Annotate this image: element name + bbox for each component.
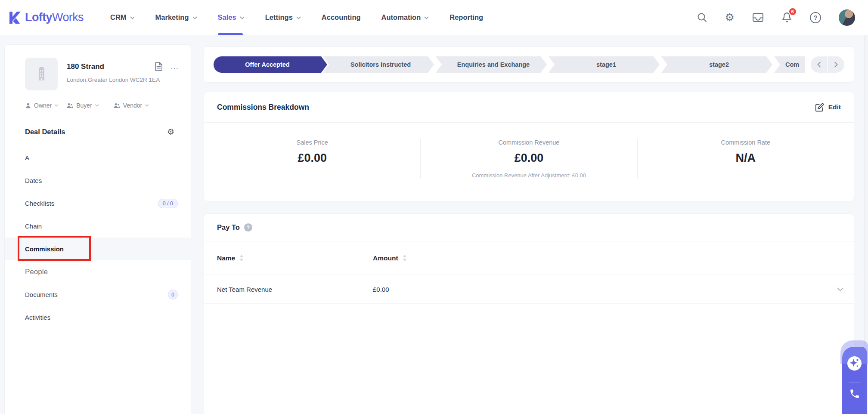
stage-completed-truncated[interactable]: Com: [774, 56, 805, 73]
sidebar-item-documents[interactable]: Documents 0: [5, 283, 191, 306]
nav-item-automation[interactable]: Automation: [371, 0, 440, 35]
stages-prev-button[interactable]: [811, 56, 828, 73]
loftyworks-logo-icon: [7, 10, 22, 25]
sidebar-item-a[interactable]: A: [5, 146, 191, 169]
checklists-count-badge: 0 / 0: [158, 199, 178, 208]
chevron-right-icon: [834, 62, 838, 68]
stage-solicitors-instructed[interactable]: Solicitors Instructed: [323, 56, 434, 73]
notification-count-badge: 6: [788, 7, 797, 16]
people-icon: [66, 102, 74, 109]
search-icon[interactable]: [697, 12, 707, 23]
commissions-title: Commissions Breakdown: [217, 103, 309, 112]
pay-to-card: Pay To ? Name Amount Net Team Revenue £0…: [204, 213, 854, 414]
commission-stats: Sales Price £0.00 Commission Revenue £0.…: [204, 123, 854, 179]
deal-settings-gear-icon[interactable]: ⚙: [167, 128, 174, 136]
stages-next-button[interactable]: [828, 56, 844, 73]
nav-item-accounting[interactable]: Accounting: [311, 0, 371, 35]
buyer-dropdown[interactable]: Buyer: [66, 102, 99, 109]
top-navigation: LoftyWorks CRM Marketing Sales Lettings …: [0, 0, 868, 35]
stage-track: Offer Accepted Solicitors Instructed Enq…: [214, 56, 805, 73]
deal-details-header: Deal Details ⚙: [5, 109, 191, 136]
stage-offer-accepted[interactable]: Offer Accepted: [214, 56, 321, 73]
chevron-left-icon: [817, 62, 821, 68]
table-row[interactable]: Net Team Revenue £0.00: [204, 275, 854, 304]
sidebar-item-chain[interactable]: Chain: [5, 215, 191, 238]
stat-commission-rate: Commission Rate N/A: [637, 139, 854, 179]
row-amount: £0.00: [373, 286, 825, 293]
pipeline-stages-card: Offer Accepted Solicitors Instructed Enq…: [204, 46, 854, 83]
loftyworks-logo[interactable]: LoftyWorks: [7, 10, 84, 25]
notes-document-icon[interactable]: [154, 62, 163, 71]
notifications-bell-icon[interactable]: 6: [781, 12, 792, 23]
deal-sidebar: 180 Strand ... London,Greater London WC2…: [4, 44, 191, 414]
deal-details-title: Deal Details: [25, 128, 65, 136]
pay-to-table-header: Name Amount: [204, 241, 854, 275]
commissions-breakdown-card: Commissions Breakdown Edit Sales Price £…: [204, 92, 854, 201]
stage-stage2[interactable]: stage2: [661, 56, 772, 73]
row-name: Net Team Revenue: [217, 286, 373, 293]
help-icon[interactable]: ?: [810, 12, 821, 23]
people-icon: [113, 102, 121, 109]
contacts-divider: [107, 102, 107, 109]
property-card: 180 Strand ... London,Greater London WC2…: [5, 45, 191, 90]
inbox-icon[interactable]: [752, 12, 764, 23]
column-header-name[interactable]: Name: [217, 254, 373, 262]
chevron-down-icon: [145, 104, 149, 107]
chevron-down-icon: [95, 104, 99, 107]
sidebar-item-checklists[interactable]: Checklists 0 / 0: [5, 192, 191, 215]
stage-stage1[interactable]: stage1: [549, 56, 660, 73]
sidebar-item-dates[interactable]: Dates: [5, 169, 191, 192]
topbar-actions: ⚙ 6 ?: [697, 9, 855, 26]
brand-name: LoftyWorks: [25, 11, 84, 24]
nav-item-lettings[interactable]: Lettings: [255, 0, 311, 35]
person-icon: [25, 102, 31, 109]
sidebar-item-activities[interactable]: Activities: [5, 306, 191, 329]
floating-action-widget: [842, 347, 867, 414]
nav-item-reporting[interactable]: Reporting: [439, 0, 493, 35]
contact-filters: Owner Buyer Vendor: [5, 90, 191, 109]
user-avatar[interactable]: [839, 9, 855, 26]
documents-count-badge: 0: [168, 290, 178, 300]
row-expand-chevron-icon[interactable]: [837, 287, 843, 291]
chevron-down-icon: [192, 16, 197, 19]
widget-divider: [849, 409, 860, 409]
column-header-amount[interactable]: Amount: [373, 254, 841, 262]
building-icon: [35, 67, 48, 81]
pay-to-help-icon[interactable]: ?: [244, 223, 252, 232]
sort-icon[interactable]: [403, 255, 406, 261]
commission-revenue-after-adjustment: Commission Revenue After Adjustment: £0.…: [421, 172, 637, 179]
stat-commission-revenue: Commission Revenue £0.00 Commission Reve…: [420, 139, 637, 179]
chevron-down-icon: [240, 16, 245, 19]
nav-item-sales[interactable]: Sales: [208, 0, 255, 35]
owner-dropdown[interactable]: Owner: [25, 102, 59, 109]
property-address: London,Greater London WC2R 1EA: [67, 77, 179, 83]
assistant-sparkle-icon[interactable]: [846, 355, 862, 377]
property-name: 180 Strand: [67, 62, 104, 71]
chevron-down-icon: [54, 104, 59, 107]
active-tab-indicator: [218, 33, 243, 35]
pay-to-title: Pay To: [217, 223, 240, 232]
phone-call-icon[interactable]: [849, 383, 860, 405]
property-info: 180 Strand ... London,Greater London WC2…: [67, 58, 179, 90]
chevron-down-icon: [130, 16, 135, 19]
sidebar-item-people[interactable]: People: [5, 260, 191, 283]
chevron-down-icon: [296, 16, 301, 19]
nav-item-crm[interactable]: CRM: [100, 0, 145, 35]
edit-button[interactable]: Edit: [815, 103, 841, 112]
nav-item-marketing[interactable]: Marketing: [145, 0, 208, 35]
chevron-down-icon: [424, 16, 429, 19]
sort-icon[interactable]: [240, 255, 243, 261]
more-options-icon[interactable]: ...: [170, 65, 179, 68]
stage-enquiries-and-exchange[interactable]: Enquiries and Exchange: [436, 56, 547, 73]
vendor-dropdown[interactable]: Vendor: [113, 102, 149, 109]
deal-menu: A Dates Checklists 0 / 0 Chain Commissio…: [5, 146, 191, 329]
sidebar-item-commission[interactable]: Commission: [5, 238, 191, 260]
settings-gear-icon[interactable]: ⚙: [725, 12, 735, 23]
stat-sales-price: Sales Price £0.00: [204, 139, 420, 179]
main-nav: CRM Marketing Sales Lettings Accounting …: [100, 0, 493, 35]
property-thumbnail[interactable]: [25, 58, 58, 90]
stage-pagination: [811, 56, 844, 73]
edit-pencil-icon: [815, 103, 824, 112]
